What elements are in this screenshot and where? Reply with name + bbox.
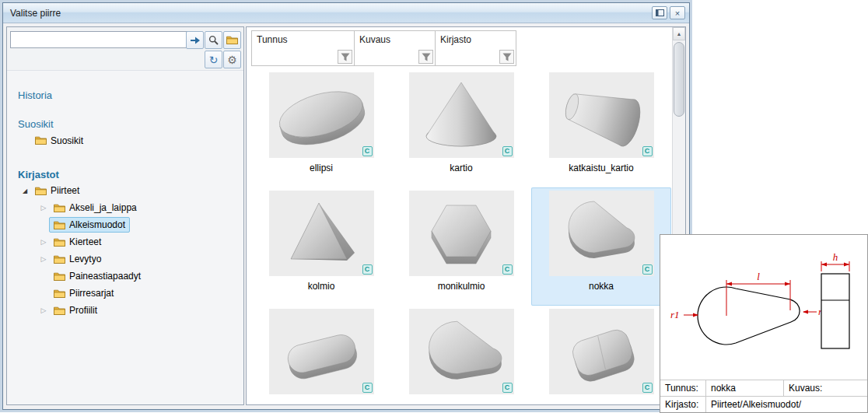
tree-row-content[interactable]: Piirresarjat	[49, 285, 118, 301]
folder-icon	[226, 35, 238, 44]
grid-item-unnamed-8[interactable]: C	[531, 306, 671, 405]
tree-item-alkeismuodot[interactable]: Alkeismuodot	[7, 216, 243, 233]
thumbnail-disc[interactable]: C	[269, 72, 374, 158]
settings-button[interactable]: ⚙	[223, 51, 241, 68]
expander-expanded-icon[interactable]: ◢	[19, 187, 30, 194]
grid-item-label: nokka	[531, 281, 671, 292]
grid-item-label: kolmio	[251, 281, 391, 292]
component-badge: C	[642, 264, 653, 275]
tree-item-levytyo[interactable]: ▷Levytyo	[7, 250, 243, 268]
folder-icon	[54, 289, 65, 298]
filter-button-tunnus[interactable]	[338, 50, 352, 64]
tree-row-content[interactable]: Levytyo	[49, 251, 106, 267]
refresh-icon: ↻	[209, 54, 219, 66]
folder-icon	[54, 306, 65, 315]
scrollbar-thumb[interactable]	[674, 42, 684, 117]
tree-row-content[interactable]: Akseli_ja_laippa	[49, 200, 142, 215]
grid-item-ellipsi[interactable]: Cellipsi	[251, 69, 391, 187]
tree-selection[interactable]: Alkeismuodot	[49, 217, 130, 233]
grid-item-monikulmio[interactable]: Cmonikulmio	[391, 187, 531, 306]
preview-row-kirjasto: Kirjasto: Piirteet/Alkeismuodot/	[660, 396, 867, 412]
search-button[interactable]	[205, 31, 222, 49]
folder-icon	[54, 254, 65, 264]
grid-item-nokka[interactable]: Cnokka	[531, 187, 671, 306]
close-button[interactable]: ×	[670, 6, 685, 19]
column-header-kirjasto[interactable]: Kirjasto	[435, 30, 516, 66]
search-icon	[208, 35, 219, 45]
component-badge: C	[502, 383, 513, 393]
nav-kirjastot[interactable]: Kirjastot	[18, 169, 243, 180]
tree-row-content[interactable]: Piirteet	[30, 183, 84, 198]
scroll-up-button[interactable]: ▲	[673, 27, 685, 40]
favorites-folder-item[interactable]: Suosikit	[35, 133, 243, 149]
folder-icon	[54, 271, 65, 281]
filter-button-kuvaus[interactable]	[418, 50, 433, 64]
tree-item-label: Piirresarjat	[69, 288, 114, 299]
tree-item-piirteet[interactable]: ◢Piirteet	[7, 182, 243, 199]
column-header-kuvaus[interactable]: Kuvaus	[354, 30, 436, 66]
column-header-tunnus[interactable]: Tunnus	[251, 30, 355, 66]
tunnus-value: nokka	[705, 380, 783, 396]
pin-panel-button[interactable]	[652, 6, 667, 19]
go-arrow-icon	[190, 36, 201, 45]
grid-item-unnamed-7[interactable]: C	[391, 306, 531, 405]
thumbnail-hexprism[interactable]: C	[409, 191, 514, 276]
dim-l-label: l	[757, 271, 760, 282]
column-header-label: Kirjasto	[436, 31, 516, 48]
tree-item-profiilit[interactable]: ▷Profiilit	[7, 302, 243, 319]
feature-dimension-sketch: l r1 r2 h	[660, 235, 867, 380]
expander-collapsed-icon[interactable]: ▷	[38, 306, 49, 314]
filter-button-kirjasto[interactable]	[499, 50, 514, 64]
component-badge: C	[362, 146, 373, 156]
kirjasto-value: Piirteet/Alkeismuodot/	[705, 397, 867, 412]
folder-icon	[54, 203, 65, 212]
go-button[interactable]	[186, 31, 204, 49]
grid-item-label: katkaistu_kartio	[531, 163, 671, 174]
dim-r1-label: r1	[670, 309, 680, 320]
kirjasto-label: Kirjasto:	[660, 397, 705, 412]
tree-item-label: Piirteet	[51, 185, 79, 196]
titlebar[interactable]: Valitse piirre ×	[3, 3, 689, 23]
favorites-folder-label: Suosikit	[51, 135, 83, 146]
pin-panel-icon	[656, 9, 664, 16]
tree-item-label: Levytyo	[69, 254, 101, 264]
feature-grid: CellipsiCkartioCkatkaistu_kartioCkolmioC…	[251, 69, 671, 405]
folder-icon	[35, 135, 47, 147]
folder-icon	[54, 237, 65, 247]
grid-item-label	[391, 399, 531, 405]
search-input[interactable]	[10, 31, 187, 48]
tree-item-akseli_ja_laippa[interactable]: ▷Akseli_ja_laippa	[7, 199, 243, 216]
expander-collapsed-icon[interactable]: ▷	[38, 255, 49, 263]
nav-suosikit[interactable]: Suosikit	[18, 118, 243, 130]
thumbnail-wedge[interactable]: C	[269, 191, 374, 276]
tree-row-content[interactable]: Kierteet	[49, 234, 106, 250]
valitse-piirre-window: Valitse piirre ×	[2, 2, 690, 410]
nav-historia[interactable]: Historia	[18, 89, 243, 101]
grid-item-kolmio[interactable]: Ckolmio	[251, 187, 391, 306]
grid-item-kartio[interactable]: Ckartio	[391, 69, 531, 187]
thumbnail-frustum[interactable]: C	[549, 72, 654, 158]
expander-collapsed-icon[interactable]: ▷	[38, 204, 49, 212]
thumbnail-cam2[interactable]: C	[409, 309, 514, 394]
expander-collapsed-icon[interactable]: ▷	[38, 238, 49, 246]
tree-row-content[interactable]: Profiilit	[49, 303, 102, 318]
grid-item-katkaistu_kartio[interactable]: Ckatkaistu_kartio	[531, 69, 671, 187]
thumbnail-cone[interactable]: C	[409, 72, 514, 158]
tree-row-content[interactable]: Paineastiapaadyt	[49, 268, 145, 284]
refresh-button[interactable]: ↻	[205, 51, 222, 68]
tunnus-label: Tunnus:	[660, 380, 705, 396]
thumbnail-roundblock[interactable]: C	[549, 309, 654, 394]
sidebar: ↻ ⚙ Historia Suosikit Suosikit Kirjastot…	[6, 26, 244, 405]
thumbnail-cam[interactable]: C	[549, 191, 654, 276]
tree-item-kierteet[interactable]: ▷Kierteet	[7, 233, 243, 250]
sidebar-toolbar: ↻ ⚙	[7, 27, 243, 71]
tree-item-label: Akseli_ja_laippa	[69, 202, 137, 213]
tree-item-label: Alkeismuodot	[69, 219, 125, 230]
tree-item-paineastiapaadyt[interactable]: Paineastiapaadyt	[7, 268, 243, 285]
tree-item-piirresarjat[interactable]: Piirresarjat	[7, 285, 243, 302]
tree-item-label: Profiilit	[69, 305, 97, 316]
browse-folder-button[interactable]	[223, 31, 241, 49]
thumbnail-slot[interactable]: C	[269, 309, 374, 394]
grid-item-unnamed-6[interactable]: C	[251, 306, 391, 405]
library-tree: ◢Piirteet▷Akseli_ja_laippaAlkeismuodot▷K…	[7, 182, 243, 319]
